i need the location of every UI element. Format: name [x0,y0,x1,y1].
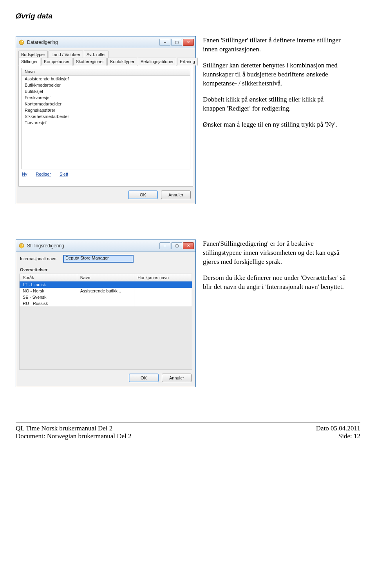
th-sprak[interactable]: Språk [20,274,77,281]
page-heading: Øvrig data [16,12,360,20]
tab-skatteregioner[interactable]: Skatteregioner [73,58,107,65]
desc1-p2: Stillinger kan deretter benyttes i kombi… [203,61,348,88]
column-header-navn[interactable]: Navn [22,68,190,76]
cancel-button[interactable]: Annuler [162,374,192,382]
list-item[interactable]: Butikkmedarbeider [22,82,190,88]
tab-panel: Navn Assisterende butikksjef Butikkmedar… [18,65,193,187]
minimize-button[interactable]: – [159,39,170,46]
tabs-row-2: Stillinger Kompetanser Skatteregioner Ko… [18,58,193,65]
desc2-p1: Fanen'Stillingredigering' er for å beskr… [203,240,348,267]
td [134,300,192,307]
td: SE - Svensk [20,294,77,300]
tab-kompetanser[interactable]: Kompetanser [41,58,72,65]
table-row[interactable]: SE - Svensk [20,294,192,300]
translations-table: Språk Navn Hunkjønns navn LT - Litauisk … [19,274,192,307]
svg-point-2 [19,243,24,248]
desc1-p3: Dobbelt klikk på ønsket stilling eller k… [203,95,348,113]
footer-left-2: Document: Norwegian brukermanual Del 2 [16,432,132,440]
svg-point-0 [19,40,24,45]
tab-stillinger[interactable]: Stillinger [18,58,40,65]
list-item[interactable]: Assisterende butikksjef [22,76,190,82]
close-button[interactable]: ✕ [183,242,194,249]
td [77,294,135,300]
titlebar: Stillingsredigering – ▢ ✕ [16,240,195,252]
section-2: Stillingsredigering – ▢ ✕ Internasjonalt… [16,240,360,387]
desc2-p2: Dersom du ikke definerer noe under 'Over… [203,274,348,292]
th-navn[interactable]: Navn [77,274,135,281]
cancel-button[interactable]: Annuler [161,191,191,199]
input-internasjonalt-navn[interactable]: Deputy Store Manager [63,255,134,263]
footer-right-2: Side: 12 [338,432,360,440]
window-title: Stillingsredigering [27,243,64,249]
empty-area [19,307,192,370]
link-rediger[interactable]: Rediger [36,172,51,176]
description-2: Fanen'Stillingredigering' er for å beskr… [203,240,348,387]
titlebar: Dataredigering – ▢ ✕ [16,36,195,48]
list-item[interactable]: Ferskvaresjef [22,94,190,101]
maximize-button[interactable]: ▢ [171,242,182,249]
td [77,300,135,307]
ok-button[interactable]: OK [128,191,158,199]
tab-kontakttyper[interactable]: Kontakttyper [107,58,137,65]
list-panel: Navn Assisterende butikksjef Butikkmedar… [21,68,190,169]
app-icon [18,243,25,249]
list-item[interactable]: Kontormedarbeider [22,101,190,107]
tab-erfaring[interactable]: Erfaring [177,58,198,65]
td [134,281,192,288]
table-row[interactable]: NO - Norsk Assisterende butikk... [20,288,192,294]
list-item[interactable]: Butikksjef [22,88,190,94]
tab-avd-roller[interactable]: Avd. roller [84,51,108,58]
td [77,281,135,288]
td [134,288,192,294]
table-row[interactable]: RU - Russisk [20,300,192,307]
link-ny[interactable]: Ny [22,172,27,176]
group-label-oversettelser: Oversettelser [16,264,195,274]
svg-point-1 [22,41,23,42]
td: NO - Norsk [20,288,77,294]
tab-betalingsjabloner[interactable]: Betalingsjabloner [138,58,176,65]
close-button[interactable]: ✕ [183,39,194,46]
description-1: Fanen 'Stillinger' tillater å definere i… [203,36,348,204]
list-item[interactable]: Sikkerhetsmedarbeider [22,113,190,120]
list-item[interactable]: Regnskapsfører [22,107,190,113]
td: RU - Russisk [20,300,77,307]
minimize-button[interactable]: – [159,242,170,249]
desc1-p4: Ønsker man å legge til en ny stilling tr… [203,120,348,129]
desc1-p1: Fanen 'Stillinger' tillater å definere i… [203,36,348,54]
link-slett[interactable]: Slett [60,172,68,176]
window-title: Dataredigering [27,40,58,45]
footer-right-1: Dato 05.04.2011 [316,425,360,432]
tabs-row-1: Budsjettyper Land / Valutaer Avd. roller [18,51,193,58]
section-1: Dataredigering – ▢ ✕ Budsjettyper Land /… [16,36,360,204]
page-footer: QL Time Norsk brukermanual Del 2 Dato 05… [16,423,360,440]
ok-button[interactable]: OK [129,374,159,382]
window-stillingsredigering: Stillingsredigering – ▢ ✕ Internasjonalt… [16,240,196,387]
td: Assisterende butikk... [77,288,135,294]
app-icon [18,39,25,45]
tab-budsjettyper[interactable]: Budsjettyper [18,51,48,58]
maximize-button[interactable]: ▢ [171,39,182,46]
td: LT - Litauisk [20,281,77,288]
tab-land-valutaer[interactable]: Land / Valutaer [49,51,83,58]
th-hunkjonns-navn[interactable]: Hunkjønns navn [134,274,192,281]
svg-point-3 [22,244,23,245]
label-internasjonalt-navn: Internasjonalt navn: [20,256,58,261]
list-item[interactable]: Tørvaresjef [22,120,190,126]
table-row[interactable]: LT - Litauisk [20,281,192,288]
td [134,294,192,300]
footer-left-1: QL Time Norsk brukermanual Del 2 [16,425,112,432]
window-dataredigering: Dataredigering – ▢ ✕ Budsjettyper Land /… [16,36,196,204]
